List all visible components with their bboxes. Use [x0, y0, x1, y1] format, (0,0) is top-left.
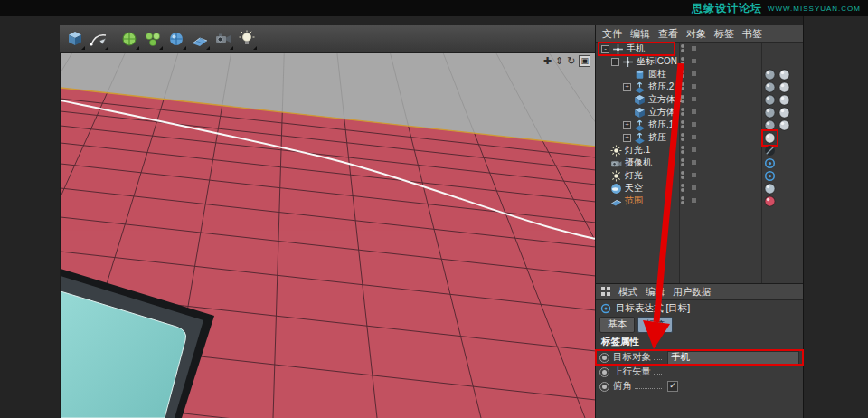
- enable-toggle[interactable]: [692, 135, 696, 139]
- om-menu-编辑[interactable]: 编辑: [630, 27, 650, 41]
- viewport-3d[interactable]: ✚⇕↻▣: [60, 53, 595, 418]
- enable-toggle[interactable]: [692, 122, 696, 127]
- target-ring-tag-icon[interactable]: [764, 170, 776, 182]
- viewport-rotate-icon[interactable]: ↻: [567, 55, 575, 67]
- tool-dropdown-icon: [253, 46, 257, 50]
- phong-sphere-tag-icon[interactable]: [764, 119, 776, 131]
- object-row-sky[interactable]: 天空: [596, 182, 803, 195]
- keyframe-toggle[interactable]: [599, 382, 609, 392]
- viewport-zoom-icon[interactable]: ⇕: [555, 55, 563, 67]
- object-row-cylinder[interactable]: 圆柱: [596, 68, 803, 81]
- visibility-dots[interactable]: [681, 82, 684, 90]
- keyframe-toggle[interactable]: [599, 367, 609, 377]
- panel-mode-icon[interactable]: [601, 287, 610, 298]
- visibility-dots[interactable]: [681, 184, 684, 192]
- viewport-maximize-icon[interactable]: ▣: [579, 55, 590, 67]
- target-ring-tag-icon[interactable]: [764, 157, 776, 169]
- enable-toggle[interactable]: [692, 185, 696, 190]
- object-row-range[interactable]: 范围: [596, 195, 803, 207]
- object-row-cube[interactable]: 立方体: [596, 106, 803, 119]
- phong-sphere-tag-icon[interactable]: [764, 81, 776, 93]
- enable-toggle[interactable]: [692, 160, 696, 165]
- visibility-dots[interactable]: [681, 171, 684, 179]
- object-row-coord-icon[interactable]: -坐标ICON: [596, 55, 803, 68]
- tool-light[interactable]: [236, 27, 258, 51]
- visibility-dots[interactable]: [681, 57, 684, 65]
- expander-icon[interactable]: +: [623, 134, 631, 142]
- am-menu-模式[interactable]: 模式: [618, 286, 637, 299]
- visibility-dots[interactable]: [681, 120, 684, 128]
- object-row-light-1[interactable]: 灯光.1: [596, 144, 803, 157]
- tool-subdivision-surface[interactable]: [118, 27, 140, 51]
- enable-toggle[interactable]: [692, 84, 696, 89]
- phong-sphere-tag-icon[interactable]: [764, 69, 776, 81]
- visibility-dots[interactable]: [681, 196, 684, 204]
- extrude-icon: [634, 132, 646, 144]
- target-dark-tag-icon[interactable]: [764, 145, 776, 157]
- am-menu-编辑[interactable]: 编辑: [646, 286, 665, 299]
- object-manager-panel: 文件编辑查看对象标签书签 -手机-坐标ICON圆柱+挤压.2立方体.1立方体+挤…: [595, 25, 803, 283]
- attribute-manager-panel: 模式编辑用户数据 目标表达式 [目标] 基本标签 标签属性 目标对象手机上行矢量…: [595, 283, 803, 418]
- enable-toggle[interactable]: [692, 46, 696, 51]
- visibility-dots[interactable]: [681, 146, 684, 154]
- visibility-dots[interactable]: [681, 133, 684, 141]
- dotted-leader: [654, 374, 662, 375]
- material-sphere-tag-icon[interactable]: [778, 69, 790, 81]
- am-menu-用户数据[interactable]: 用户数据: [673, 286, 711, 299]
- tool-cube-primitive[interactable]: [64, 27, 86, 51]
- expander-icon[interactable]: +: [623, 121, 631, 129]
- material-sphere-tag-icon[interactable]: [764, 132, 776, 144]
- visibility-dots[interactable]: [681, 95, 684, 103]
- object-row-extrude[interactable]: +挤压: [596, 131, 803, 144]
- om-menu-标签[interactable]: 标签: [714, 27, 734, 41]
- material-sphere-tag-icon[interactable]: [778, 81, 790, 93]
- keyframe-toggle[interactable]: [599, 353, 609, 363]
- tab-基本[interactable]: 基本: [599, 317, 635, 333]
- visibility-dots[interactable]: [681, 70, 684, 78]
- enable-toggle[interactable]: [692, 71, 696, 76]
- enable-toggle[interactable]: [692, 198, 696, 203]
- om-menu-书签[interactable]: 书签: [742, 27, 762, 41]
- object-row-camera[interactable]: 摄像机: [596, 157, 803, 169]
- material-sphere-tag-icon[interactable]: [764, 195, 776, 207]
- enable-toggle[interactable]: [692, 173, 696, 177]
- enable-toggle[interactable]: [692, 109, 696, 114]
- object-label: 挤压.1: [648, 119, 674, 131]
- enable-toggle[interactable]: [692, 97, 696, 101]
- phong-sphere-tag-icon[interactable]: [764, 107, 776, 119]
- phong-sphere-tag-icon[interactable]: [764, 94, 776, 106]
- object-label: 手机: [627, 43, 645, 55]
- om-menu-查看[interactable]: 查看: [658, 27, 678, 41]
- expander-icon[interactable]: -: [611, 58, 619, 66]
- expander-icon[interactable]: +: [623, 83, 631, 91]
- om-menu-文件[interactable]: 文件: [602, 27, 622, 41]
- field-value-target-object[interactable]: 手机: [667, 351, 799, 365]
- om-menu-对象[interactable]: 对象: [686, 27, 706, 41]
- enable-toggle[interactable]: [692, 59, 696, 63]
- tool-modeling-objects[interactable]: [142, 27, 164, 51]
- object-row-phone[interactable]: -手机: [596, 43, 803, 55]
- object-row-extrude-1[interactable]: +挤压.1: [596, 119, 803, 131]
- cube-icon: [634, 107, 646, 119]
- object-row-cube-1[interactable]: 立方体.1: [596, 93, 803, 106]
- checkbox-pitch[interactable]: ✓: [667, 381, 678, 392]
- tool-camera[interactable]: [212, 27, 234, 51]
- object-row-light[interactable]: 灯光: [596, 169, 803, 182]
- tool-deformer[interactable]: [165, 27, 187, 51]
- visibility-dots[interactable]: [681, 44, 684, 52]
- material-sphere-tag-icon[interactable]: [778, 94, 790, 106]
- material-sphere-tag-icon[interactable]: [778, 119, 790, 131]
- viewport-pan-icon[interactable]: ✚: [543, 55, 552, 67]
- visibility-dots[interactable]: [681, 158, 684, 166]
- cylinder-icon: [634, 69, 646, 81]
- expander-icon[interactable]: -: [601, 45, 609, 53]
- object-row-extrude-2[interactable]: +挤压.2: [596, 81, 803, 93]
- tool-spline-pen[interactable]: [88, 27, 109, 51]
- attribute-title-row: 目标表达式 [目标]: [596, 300, 803, 316]
- tool-environment-floor[interactable]: [189, 27, 211, 51]
- enable-toggle[interactable]: [692, 147, 696, 152]
- tab-标签[interactable]: 标签: [637, 317, 673, 333]
- visibility-dots[interactable]: [681, 108, 684, 116]
- material-sphere-tag-icon[interactable]: [778, 107, 790, 119]
- material-sphere-tag-icon[interactable]: [764, 183, 776, 195]
